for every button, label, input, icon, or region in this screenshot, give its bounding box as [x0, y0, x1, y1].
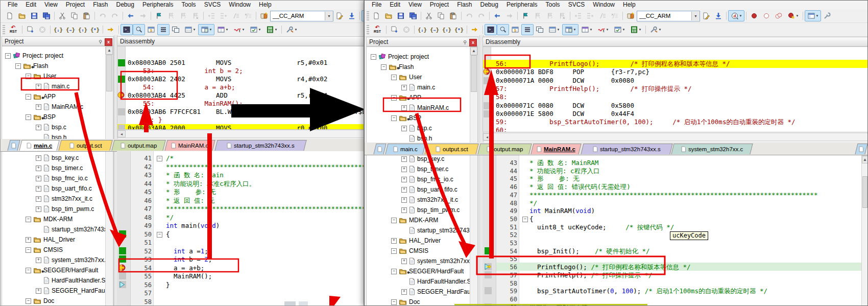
tree-expander-icon[interactable]: −: [381, 64, 387, 70]
target-select-arrow-icon[interactable]: ▼: [325, 12, 333, 20]
tree-expander-icon[interactable]: +: [401, 85, 407, 90]
indl-icon[interactable]: [205, 10, 218, 21]
tree-expander-icon[interactable]: +: [401, 105, 407, 111]
paste-icon[interactable]: [81, 10, 93, 21]
bpkill-dropdown-icon[interactable]: ▼: [796, 14, 799, 17]
wrench2-dropdown-icon[interactable]: ▼: [659, 28, 662, 31]
menu-help[interactable]: Help: [255, 1, 276, 9]
tree-expander-icon[interactable]: +: [36, 84, 41, 89]
tree-item-hardfaulthandler-s[interactable]: HardFaultHandler.S: [36, 275, 105, 286]
tree-expander-icon[interactable]: −: [391, 269, 397, 274]
winsA-dropdown-icon[interactable]: ▼: [193, 28, 196, 31]
tree-item-hal-driver[interactable]: +HAL_Driver: [391, 236, 441, 246]
new-icon[interactable]: [4, 10, 16, 21]
fold-icon[interactable]: −: [157, 156, 162, 161]
undo-icon[interactable]: [463, 10, 475, 21]
tree-item-bsp-key-c[interactable]: +bsp_key.c: [401, 154, 444, 164]
tree-expander-icon[interactable]: +: [36, 288, 41, 294]
cmt-icon[interactable]: [230, 10, 242, 21]
tree-item-mainram-c[interactable]: +MainRAM.c: [401, 103, 449, 113]
tree-item-bsp[interactable]: −✱BSP: [391, 113, 421, 123]
menu-edit[interactable]: Edit: [385, 1, 404, 9]
br3-icon[interactable]: {↑}: [77, 24, 89, 35]
tab-startup_stm32h743xx.s[interactable]: startup_stm32h743xx.s: [581, 144, 672, 154]
scroll-thumb[interactable]: [106, 55, 112, 91]
calc-icon[interactable]: ▼: [628, 24, 644, 35]
menu-peripherals[interactable]: Peripherals: [502, 1, 542, 9]
indr-icon[interactable]: [584, 10, 596, 21]
disassembly-panel[interactable]: 0x08003AB0 2501 MOVS r5,#0x0153: int b =…: [117, 46, 364, 130]
tree-item-project-project[interactable]: −Project: project: [371, 52, 429, 62]
tree-item-project-project[interactable]: −Project: project: [5, 51, 63, 61]
br2-icon[interactable]: {→}: [64, 24, 77, 35]
download-icon[interactable]: [712, 10, 725, 21]
tree-expander-icon[interactable]: +: [36, 104, 41, 110]
tree-expander-icon[interactable]: −: [15, 63, 21, 69]
rst-icon[interactable]: ↶RST: [6, 24, 20, 35]
tree-expander-icon[interactable]: +: [401, 167, 407, 172]
tree-item-bsp-uart-fifo-c[interactable]: +bsp_uart_fifo.c: [401, 184, 457, 195]
save-icon[interactable]: [395, 10, 407, 21]
menu-debug[interactable]: Debug: [112, 1, 138, 9]
tree-item-flash[interactable]: −✱Flash: [381, 62, 414, 72]
br4-icon[interactable]: {*}: [89, 24, 101, 35]
tree-item-startup-stm32h743xx-s[interactable]: startup_stm32h743xx.s: [401, 225, 478, 236]
flag2-icon[interactable]: [532, 10, 544, 21]
tab-startup_stm32h743xx.s[interactable]: startup_stm32h743xx.s: [214, 140, 306, 151]
editor-scrollbar[interactable]: ▲: [861, 155, 868, 306]
trace-dropdown-icon[interactable]: ▼: [242, 28, 245, 31]
tree-item-bsp-tim-pwm-c[interactable]: +bsp_tim_pwm.c: [401, 205, 460, 215]
tab-partial[interactable]: [7, 140, 20, 151]
tree-item-user[interactable]: −User: [26, 71, 56, 81]
saveall-icon[interactable]: [40, 10, 53, 21]
tree-expander-icon[interactable]: −: [391, 218, 397, 223]
pin-icon[interactable]: ⚲: [97, 38, 104, 46]
find-icon[interactable]: [497, 24, 509, 35]
menu-flash[interactable]: Flash: [453, 1, 476, 9]
scroll-left-icon[interactable]: ◂: [483, 133, 491, 140]
tree-item-segger-hardfaultha[interactable]: +SEGGER_HardFaultHa: [401, 287, 478, 297]
tree-expander-icon[interactable]: −: [26, 94, 31, 100]
menu-peripherals[interactable]: Peripherals: [138, 1, 178, 9]
tree-item-cmsis[interactable]: −CMSIS: [391, 246, 428, 256]
br1-icon[interactable]: {↓}: [52, 24, 64, 35]
tree-expander-icon[interactable]: +: [391, 238, 397, 244]
project-tree[interactable]: −Project: project−✱Flash−User+main.c−✱AP…: [366, 46, 478, 306]
run-icon[interactable]: [105, 24, 117, 35]
fwd-icon[interactable]: [137, 10, 149, 21]
menu-edit[interactable]: Edit: [21, 1, 40, 9]
tree-expander-icon[interactable]: +: [26, 237, 31, 243]
code-editor[interactable]: 43* 函 数 名: MainRAM44* 功能说明: c程序入口45* 形 参…: [483, 155, 868, 306]
tree-item-system-stm32h7xx-c[interactable]: +system_stm32h7xx.c: [401, 256, 474, 266]
tree-expander-icon[interactable]: +: [36, 166, 41, 171]
winsB-icon[interactable]: ▼: [562, 24, 578, 35]
bpempty-icon[interactable]: [760, 10, 773, 21]
tree-expander-icon[interactable]: +: [401, 126, 407, 131]
winsC-icon[interactable]: ▼: [214, 24, 231, 35]
cut-icon[interactable]: [423, 10, 435, 21]
tab-output.map[interactable]: output.map: [478, 144, 532, 154]
stop-icon[interactable]: [36, 24, 49, 35]
br2-icon[interactable]: {→}: [428, 24, 441, 35]
indr-icon[interactable]: [218, 10, 230, 21]
open-icon[interactable]: [16, 10, 28, 21]
fwd-icon[interactable]: [503, 10, 516, 21]
project-tree-scrollbar[interactable]: ▲: [105, 46, 113, 306]
console-icon[interactable]: >_: [485, 24, 497, 35]
tree-item-segger-hardfault[interactable]: −✱SEGGER/HardFault: [391, 266, 464, 276]
console-icon[interactable]: >_: [120, 24, 133, 35]
stop-icon[interactable]: [400, 24, 413, 35]
tree-expander-icon[interactable]: +: [36, 257, 41, 263]
menu-help[interactable]: Help: [619, 1, 640, 9]
tree-item-system-stm32h7xx-c[interactable]: +system_stm32h7xx.c: [36, 255, 109, 265]
scroll-left-icon[interactable]: ◂: [117, 130, 126, 137]
calc-dropdown-icon[interactable]: ▼: [639, 28, 642, 31]
tree-item-bsp-timer-c[interactable]: +bsp_timer.c: [36, 163, 83, 173]
fold-icon[interactable]: −: [522, 217, 528, 222]
panel-dropdown-icon[interactable]: ▼: [816, 14, 819, 17]
target-select[interactable]: __CC_ARM▼: [637, 11, 700, 21]
tab-output.map[interactable]: output.map: [112, 140, 166, 151]
tree-item-mdk-arm[interactable]: −MDK-ARM: [26, 214, 73, 224]
panel-icon[interactable]: ▼: [805, 10, 821, 21]
winsD-dropdown-icon[interactable]: ▼: [258, 28, 261, 31]
